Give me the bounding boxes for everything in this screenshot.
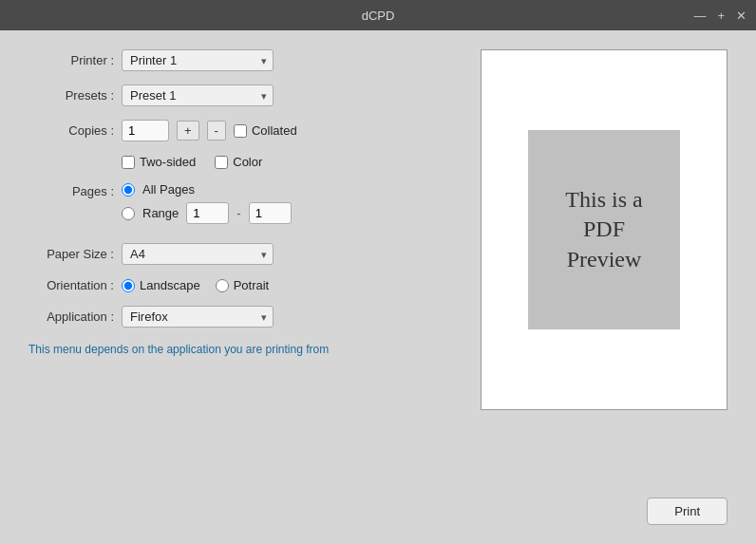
copies-increment-button[interactable]: +	[177, 121, 199, 141]
all-pages-radio-label[interactable]: All Pages	[122, 182, 292, 197]
all-pages-radio[interactable]	[122, 183, 135, 197]
landscape-radio[interactable]	[122, 279, 135, 292]
paper-size-select[interactable]: A4	[122, 243, 274, 265]
printer-select[interactable]: Printer 1	[122, 49, 274, 71]
collated-label: Collated	[252, 123, 297, 138]
left-panel: Printer : Printer 1 Presets : Preset 1 C…	[28, 49, 462, 410]
print-button[interactable]: Print	[647, 497, 728, 525]
application-select[interactable]: Firefox	[122, 306, 274, 328]
copies-input[interactable]	[122, 120, 169, 141]
range-dash: -	[236, 206, 240, 220]
copies-row: Copies : + - Collated	[28, 120, 462, 141]
printer-label: Printer :	[28, 53, 114, 67]
presets-row: Presets : Preset 1	[28, 84, 462, 106]
close-button[interactable]: ✕	[736, 9, 747, 22]
minimize-button[interactable]: —	[693, 9, 706, 22]
paper-size-row: Paper Size : A4	[28, 243, 462, 265]
pages-row: Pages : All Pages Range -	[28, 182, 462, 224]
pdf-preview-line1: This is a	[565, 187, 642, 212]
two-sided-label: Two-sided	[140, 155, 196, 169]
printer-row: Printer : Printer 1	[28, 49, 462, 71]
bottom-section: Print	[0, 497, 756, 544]
two-sided-checkbox-label[interactable]: Two-sided	[122, 155, 196, 169]
portrait-radio-label[interactable]: Potrait	[216, 278, 270, 292]
footer-note: This menu depends on the application you…	[28, 343, 462, 356]
paper-size-label: Paper Size :	[28, 247, 114, 261]
main-content: Printer : Printer 1 Presets : Preset 1 C…	[0, 30, 756, 429]
two-sided-checkbox[interactable]	[122, 156, 135, 169]
maximize-button[interactable]: +	[717, 9, 725, 22]
color-checkbox[interactable]	[215, 156, 228, 169]
portrait-radio[interactable]	[216, 279, 229, 292]
copies-decrement-button[interactable]: -	[207, 121, 226, 141]
range-radio-label[interactable]: Range -	[122, 202, 292, 224]
window-title: dCPD	[362, 9, 395, 23]
range-from-input[interactable]	[186, 202, 229, 224]
color-checkbox-label[interactable]: Color	[215, 155, 262, 169]
landscape-radio-label[interactable]: Landscape	[122, 278, 200, 292]
paper-size-select-wrapper: A4	[122, 243, 274, 265]
portrait-label: Potrait	[234, 278, 270, 292]
range-label: Range	[142, 206, 179, 220]
orientation-row: Orientation : Landscape Potrait	[28, 278, 462, 292]
presets-label: Presets :	[28, 88, 114, 103]
application-select-wrapper: Firefox	[122, 306, 274, 328]
range-to-input[interactable]	[249, 202, 292, 224]
pdf-preview-line3: Preview	[567, 247, 642, 272]
pages-label: Pages :	[28, 182, 114, 198]
collated-checkbox-label[interactable]: Collated	[234, 123, 297, 138]
presets-select-wrapper: Preset 1	[122, 84, 274, 106]
pdf-preview-panel: This is a PDF Preview	[481, 49, 728, 410]
collated-checkbox[interactable]	[234, 124, 247, 138]
color-label: Color	[233, 155, 262, 169]
pdf-preview-text: This is a PDF Preview	[565, 185, 642, 274]
printer-select-wrapper: Printer 1	[122, 49, 274, 71]
application-label: Application :	[28, 310, 114, 324]
all-pages-label: All Pages	[142, 182, 195, 197]
landscape-label: Landscape	[140, 278, 200, 292]
window-controls: — + ✕	[693, 9, 747, 22]
presets-select[interactable]: Preset 1	[122, 84, 274, 106]
pdf-preview-line2: PDF	[583, 216, 625, 241]
application-row: Application : Firefox	[28, 306, 462, 328]
pages-group: All Pages Range -	[122, 182, 292, 224]
orientation-label: Orientation :	[28, 278, 114, 292]
twosided-color-row: Two-sided Color	[122, 155, 462, 169]
copies-label: Copies :	[28, 123, 114, 138]
range-radio[interactable]	[122, 207, 135, 220]
title-bar: dCPD — + ✕	[0, 0, 756, 30]
pdf-preview-inner: This is a PDF Preview	[528, 130, 680, 329]
